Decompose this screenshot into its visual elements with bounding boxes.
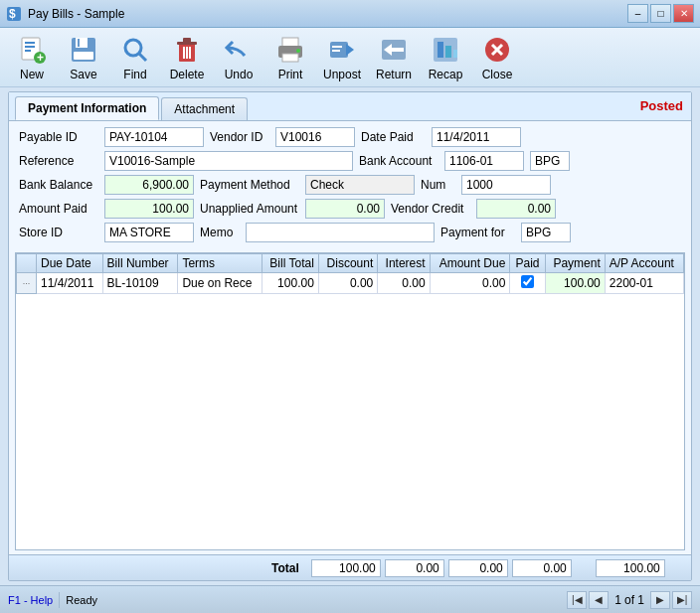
row-expander[interactable]: ···: [17, 273, 37, 294]
delete-label: Delete: [170, 68, 205, 81]
total-bill-total: [311, 559, 381, 577]
bank-account-input[interactable]: [444, 151, 524, 171]
new-icon: +: [16, 34, 48, 66]
col-due-date: Due Date: [37, 254, 103, 273]
page-current: 1: [614, 593, 621, 607]
paid-checkbox[interactable]: [521, 275, 534, 288]
unpost-label: Unpost: [323, 68, 361, 81]
posted-badge: Posted: [640, 98, 683, 113]
nav-first-button[interactable]: |◀: [567, 591, 587, 609]
col-amount-due: Amount Due: [430, 254, 510, 273]
save-button[interactable]: Save: [60, 32, 107, 83]
find-button[interactable]: Find: [111, 32, 159, 83]
date-paid-label: Date Paid: [361, 130, 426, 144]
minimize-button[interactable]: –: [627, 4, 648, 23]
row-reference: Reference Bank Account: [19, 151, 681, 171]
bank-balance-label: Bank Balance: [19, 178, 98, 192]
new-button[interactable]: + New: [8, 32, 56, 83]
payment-method-input[interactable]: [305, 175, 415, 195]
unpost-button[interactable]: Unpost: [318, 32, 366, 83]
save-icon: [68, 34, 99, 66]
svg-rect-10: [78, 39, 80, 47]
nav-last-button[interactable]: ▶|: [672, 591, 692, 609]
status-text: Ready: [66, 594, 561, 606]
vendor-credit-label: Vendor Credit: [391, 202, 470, 216]
page-info: 1 of 1: [611, 593, 648, 607]
cell-ap-account: 2200-01: [605, 273, 683, 294]
bills-table: Due Date Bill Number Terms Bill Total Di…: [16, 253, 684, 294]
print-label: Print: [278, 68, 303, 81]
payment-for-input[interactable]: [521, 223, 571, 242]
page-total: 1: [637, 593, 644, 607]
svg-rect-3: [25, 42, 35, 44]
close-toolbar-label: Close: [482, 68, 513, 81]
total-discount: [385, 559, 444, 577]
svg-point-12: [125, 40, 141, 56]
memo-input[interactable]: [246, 223, 435, 242]
col-bill-total: Bill Total: [262, 254, 318, 273]
row-bank-balance: Bank Balance Payment Method Num: [19, 175, 681, 195]
cell-paid[interactable]: [510, 273, 545, 294]
recap-button[interactable]: Recap: [422, 32, 469, 83]
main-content: Payment Information Attachment Posted Pa…: [0, 87, 700, 585]
reference-input[interactable]: [104, 151, 353, 171]
app-icon: $: [6, 6, 22, 22]
svg-rect-30: [392, 48, 404, 52]
svg-rect-33: [445, 46, 451, 58]
amount-paid-label: Amount Paid: [19, 202, 98, 216]
vendor-id-input[interactable]: [275, 127, 355, 147]
table-row: ··· 11/4/2011 BL-10109 Due on Rece 100.0…: [17, 273, 684, 294]
save-label: Save: [70, 68, 96, 81]
svg-rect-32: [438, 42, 443, 58]
amount-paid-input[interactable]: [104, 199, 194, 219]
nav-prev-button[interactable]: ◀: [589, 591, 609, 609]
payment-method-label: Payment Method: [200, 178, 299, 192]
help-link[interactable]: F1 - Help: [8, 594, 53, 606]
vendor-credit-input[interactable]: [476, 199, 556, 219]
svg-rect-27: [332, 50, 340, 52]
svg-rect-16: [183, 38, 191, 43]
delete-button[interactable]: Delete: [163, 32, 211, 83]
panel: Payment Information Attachment Posted Pa…: [8, 91, 692, 581]
payable-id-input[interactable]: [104, 127, 204, 147]
currency-input[interactable]: [530, 151, 570, 171]
print-button[interactable]: Print: [266, 32, 314, 83]
num-input[interactable]: [461, 175, 551, 195]
payment-for-label: Payment for: [440, 226, 515, 239]
total-label: Total: [13, 561, 307, 575]
col-interest: Interest: [378, 254, 430, 273]
reference-label: Reference: [19, 154, 98, 168]
store-id-input[interactable]: [104, 223, 194, 242]
return-button[interactable]: Return: [370, 32, 418, 83]
col-bill-number: Bill Number: [102, 254, 178, 273]
svg-rect-5: [25, 50, 31, 52]
col-ap-account: A/P Account: [605, 254, 683, 273]
cell-terms: Due on Rece: [178, 273, 262, 294]
delete-icon: [171, 34, 203, 66]
maximize-button[interactable]: □: [650, 4, 671, 23]
table-container: Due Date Bill Number Terms Bill Total Di…: [15, 252, 685, 550]
svg-rect-34: [453, 50, 457, 58]
bank-balance-input[interactable]: [104, 175, 194, 195]
title-bar: $ Pay Bills - Sample – □ ✕: [0, 0, 700, 28]
svg-marker-25: [346, 44, 354, 56]
tab-attachment[interactable]: Attachment: [161, 97, 248, 120]
cell-due-date: 11/4/2011: [37, 273, 103, 294]
date-paid-input[interactable]: [432, 127, 521, 147]
cell-payment: 100.00: [545, 273, 605, 294]
row-payable: Payable ID Vendor ID Date Paid: [19, 127, 681, 147]
svg-line-13: [139, 54, 146, 61]
new-label: New: [20, 68, 44, 81]
page-of: of: [624, 593, 637, 607]
close-toolbar-button[interactable]: Close: [473, 32, 521, 83]
undo-button[interactable]: Undo: [215, 32, 262, 83]
nav-next-button[interactable]: ▶: [650, 591, 670, 609]
unapplied-amount-input[interactable]: [305, 199, 385, 219]
close-window-button[interactable]: ✕: [673, 4, 694, 23]
unpost-icon: [326, 34, 358, 66]
col-payment: Payment: [545, 254, 605, 273]
tab-bar: Payment Information Attachment Posted: [9, 92, 691, 121]
col-discount: Discount: [318, 254, 377, 273]
tab-payment-information[interactable]: Payment Information: [15, 96, 159, 120]
payable-id-label: Payable ID: [19, 130, 98, 144]
